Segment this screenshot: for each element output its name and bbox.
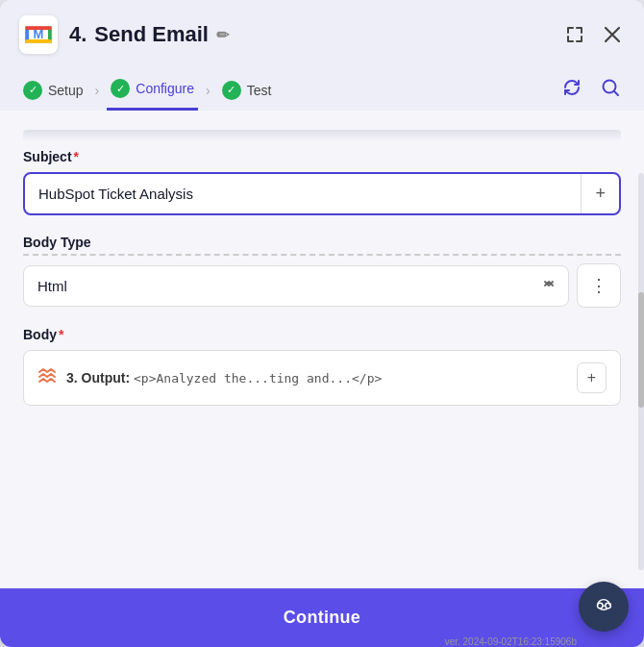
header-left: M 4. Send Email ✏: [19, 15, 229, 54]
body-plus-button[interactable]: +: [577, 362, 607, 393]
subject-input-wrapper: +: [23, 172, 621, 215]
refresh-button[interactable]: [557, 73, 586, 107]
subject-input[interactable]: [25, 174, 581, 213]
configure-label: Configure: [136, 81, 194, 96]
svg-text:M: M: [34, 27, 44, 41]
scroll-thumb: [638, 292, 644, 408]
modal-header: M 4. Send Email ✏: [0, 0, 644, 111]
body-output-label: 3. Output:: [66, 370, 130, 386]
body-type-select-row: Html Text ⋮: [23, 263, 621, 308]
test-label: Test: [247, 83, 272, 98]
three-dots-button[interactable]: ⋮: [577, 263, 621, 308]
test-check: ✓: [222, 81, 241, 100]
subject-required: *: [74, 149, 79, 164]
search-button[interactable]: [596, 73, 625, 107]
send-email-modal: M 4. Send Email ✏: [0, 0, 644, 647]
gmail-logo: M: [19, 15, 58, 54]
body-output-text: 3. Output: <p>Analyzed the...ting and...…: [66, 370, 567, 386]
step-setup[interactable]: ✓ Setup: [19, 71, 87, 110]
body-type-select-wrapper: Html Text: [23, 265, 569, 307]
subject-field-group: Subject * +: [23, 149, 621, 215]
step-configure[interactable]: ✓ Configure: [107, 69, 198, 111]
subject-label: Subject *: [23, 149, 621, 164]
subject-plus-button[interactable]: +: [581, 174, 619, 213]
modal-footer: Continue ver. 2024-09-02T16:23:15906b: [0, 588, 644, 647]
step-sep-1: ›: [87, 83, 108, 98]
expand-button[interactable]: [561, 21, 588, 48]
body-required: *: [59, 327, 63, 342]
step-sep-2: ›: [198, 83, 218, 98]
chat-fab-button[interactable]: [579, 582, 629, 632]
output-icon: [37, 366, 57, 390]
nav-icons: [557, 73, 625, 107]
steps-nav: ✓ Setup › ✓ Configure › ✓ Test: [19, 69, 625, 111]
version-text: ver. 2024-09-02T16:23:15906b: [445, 636, 577, 647]
body-type-field-group: Body Type Html Text ⋮: [23, 235, 621, 308]
header-top: M 4. Send Email ✏: [19, 15, 625, 54]
body-type-select[interactable]: Html Text: [24, 266, 530, 306]
body-label: Body *: [23, 327, 621, 342]
header-title-text: 4. Send Email ✏: [69, 22, 229, 47]
edit-icon[interactable]: ✏: [216, 26, 229, 44]
body-field-group: Body * 3. Output: <p>Analyzed the...ting…: [23, 327, 621, 406]
body-input-box[interactable]: 3. Output: <p>Analyzed the...ting and...…: [23, 350, 621, 406]
configure-check: ✓: [111, 79, 130, 98]
modal-content: Subject * + Body Type Html Text: [0, 111, 644, 588]
chevron-icon: [530, 266, 568, 305]
app-title: Send Email: [94, 22, 209, 47]
close-button[interactable]: [600, 22, 625, 47]
setup-label: Setup: [48, 83, 84, 98]
svg-point-8: [591, 594, 616, 619]
scrollbar[interactable]: [638, 173, 644, 570]
step-number: 4.: [69, 22, 87, 47]
top-fade: [23, 130, 621, 141]
body-output-value: <p>Analyzed the...ting and...</p>: [134, 371, 382, 386]
body-type-label: Body Type: [23, 235, 621, 256]
step-test[interactable]: ✓ Test: [218, 71, 276, 110]
setup-check: ✓: [23, 81, 42, 100]
header-actions: [561, 21, 625, 48]
